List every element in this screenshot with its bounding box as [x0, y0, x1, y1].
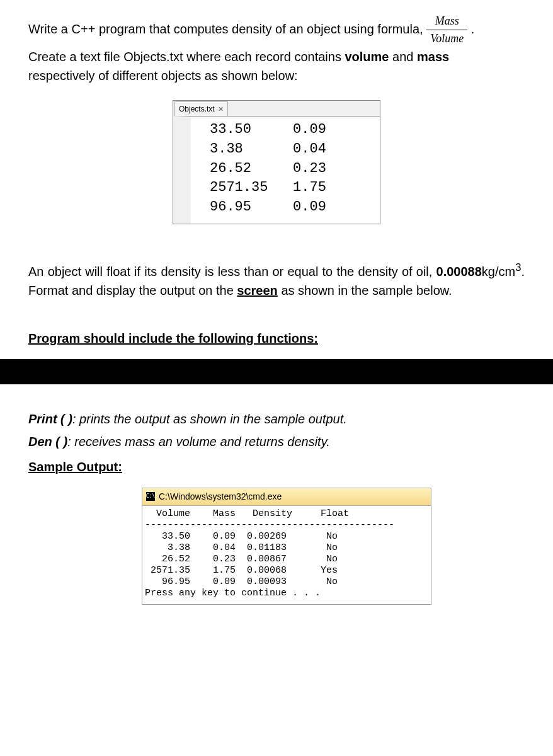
den-function-desc: Den ( ): receives mass an volume and ret… [28, 432, 525, 451]
intro-line2-mid: and [392, 50, 417, 64]
file-body: 33.50 0.09 3.38 0.04 26.52 0.23 2571.35 … [173, 116, 380, 224]
oil-density-value: 0.00088 [436, 265, 482, 278]
float-paragraph: An object will float if its density is l… [28, 260, 525, 300]
screen-word: screen [237, 284, 278, 297]
float-text3: as shown in the sample below. [278, 284, 452, 297]
formula-numerator: Mass [426, 13, 467, 30]
close-icon[interactable]: ✕ [218, 104, 224, 115]
density-formula: Mass Volume [426, 13, 467, 47]
cmd-title-text: C:\Windows\system32\cmd.exe [159, 490, 282, 503]
objects-file-window: Objects.txt ✕ 33.50 0.09 3.38 0.04 26.52… [173, 100, 380, 224]
cmd-window: C:\ C:\Windows\system32\cmd.exe Volume M… [142, 488, 431, 605]
formula-denominator: Volume [426, 30, 467, 47]
intro-bold-volume: volume [345, 50, 389, 64]
intro-bold-mass: mass [417, 50, 449, 64]
den-fn-rest: : receives mass an volume and returns de… [67, 435, 329, 449]
file-tab[interactable]: Objects.txt ✕ [174, 101, 228, 116]
print-fn-name: Print ( ) [28, 412, 72, 426]
intro-line2-text: Create a text file Objects.txt where eac… [28, 50, 345, 64]
file-tab-label: Objects.txt [179, 103, 215, 115]
black-divider-bar [0, 359, 553, 384]
den-fn-name: Den ( ) [28, 435, 67, 449]
cmd-icon: C:\ [146, 492, 155, 501]
cmd-titlebar: C:\ C:\Windows\system32\cmd.exe [142, 488, 431, 506]
float-text1: An object will float if its density is l… [28, 265, 436, 278]
period1: . [471, 22, 475, 36]
print-function-desc: Print ( ): prints the output as shown in… [28, 410, 525, 428]
oil-density-unit: kg/cm [482, 265, 515, 278]
file-tabbar: Objects.txt ✕ [173, 101, 380, 116]
intro-line3-text: respectively of different objects as sho… [28, 69, 298, 83]
cmd-body: Volume Mass Density Float --------------… [142, 506, 431, 605]
intro-line1-text: Write a C++ program that computes densit… [28, 22, 426, 36]
sample-output-heading: Sample Output: [28, 457, 525, 476]
functions-heading: Program should include the following fun… [28, 329, 525, 348]
print-fn-rest: : prints the output as shown in the samp… [72, 412, 347, 426]
intro-paragraph: Write a C++ program that computes densit… [28, 13, 525, 85]
